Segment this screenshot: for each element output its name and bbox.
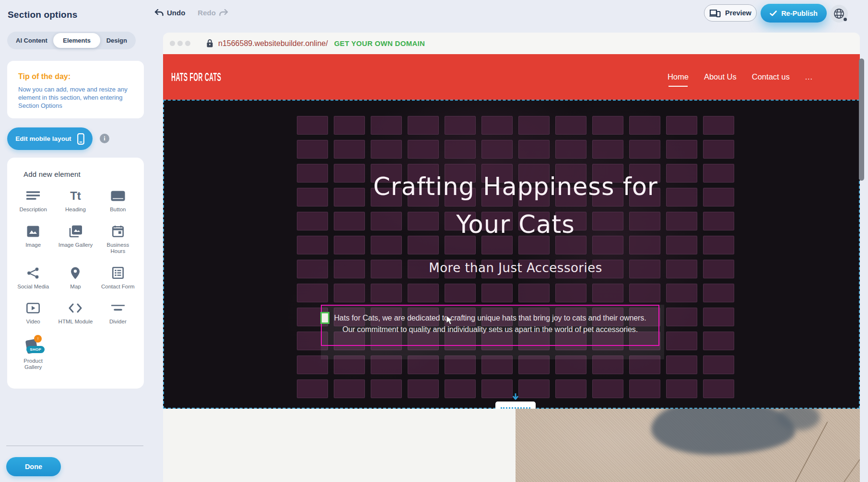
hero-tile <box>371 379 402 398</box>
pavement-crack-line <box>835 447 860 482</box>
url-text[interactable]: n1566589.websitebuilder.online/ <box>218 39 328 48</box>
element-label: HTML Module <box>59 319 93 325</box>
element-item-button[interactable]: Button <box>97 189 139 213</box>
nav-contact-us[interactable]: Contact us <box>752 72 790 81</box>
element-item-image[interactable]: Image <box>12 224 54 255</box>
business-hours-icon <box>112 224 124 239</box>
hero-tile <box>703 140 734 159</box>
hero-tile <box>297 140 328 159</box>
nav-home[interactable]: Home <box>668 72 689 81</box>
hero-tile <box>666 308 697 326</box>
hero-tile <box>666 332 697 350</box>
tab-design[interactable]: Design <box>101 33 133 48</box>
undo-label: Undo <box>167 9 185 17</box>
hero-tile <box>629 140 660 159</box>
paragraph-line2: Our commitment to quality and individual… <box>322 324 658 335</box>
element-label: Image <box>25 242 41 249</box>
element-item-description[interactable]: Description <box>12 189 54 213</box>
element-item-product-gallery[interactable]: ↑ SHOP Product Gallery <box>12 336 54 371</box>
globe-badge-dot <box>844 18 847 21</box>
element-item-social-media[interactable]: Social Media <box>12 266 54 290</box>
hero-heading[interactable]: Crafting Happiness for Your Cats <box>297 168 734 243</box>
devices-icon <box>709 9 721 17</box>
get-your-own-domain-link[interactable]: GET YOUR OWN DOMAIN <box>334 39 425 47</box>
drag-handle[interactable] <box>320 312 329 324</box>
vertical-scrollbar-thumb[interactable] <box>859 58 864 181</box>
hero-tile <box>629 284 660 302</box>
social-media-icon <box>27 266 39 280</box>
republish-label: Re-Publish <box>781 10 818 17</box>
description-icon <box>26 189 40 203</box>
shop-badge: SHOP <box>26 346 45 353</box>
redo-label: Redo <box>198 9 216 17</box>
hero-tile <box>666 116 697 135</box>
contact-form-icon <box>112 266 124 280</box>
browser-chrome-bar: n1566589.websitebuilder.online/ GET YOUR… <box>163 33 860 54</box>
traffic-dots <box>170 41 190 46</box>
hero-subheading[interactable]: More than Just Accessories <box>297 261 734 275</box>
hero-tile <box>555 284 586 302</box>
hero-tile <box>592 284 623 302</box>
element-item-image-gallery[interactable]: Image Gallery <box>54 224 96 255</box>
preview-button[interactable]: Preview <box>704 4 757 22</box>
hero-tile <box>666 356 697 374</box>
hero-tile <box>703 116 734 135</box>
hero-tile <box>555 140 586 159</box>
done-button[interactable]: Done <box>6 457 61 476</box>
site-logo[interactable]: HATS FOR CATS <box>171 70 221 84</box>
html-module-icon <box>69 301 82 315</box>
site-preview-frame: n1566589.websitebuilder.online/ GET YOUR… <box>163 33 860 482</box>
element-item-heading[interactable]: Heading <box>54 189 96 213</box>
hero-tile <box>371 116 402 135</box>
hero-tile <box>518 116 550 135</box>
next-page-section[interactable] <box>163 409 860 482</box>
element-label: Divider <box>109 319 127 325</box>
add-new-element-title: Add new element <box>23 170 139 178</box>
image-gallery-icon <box>68 224 82 239</box>
undo-icon <box>154 9 164 16</box>
edit-mobile-layout-button[interactable]: Edit mobile layout <box>7 127 93 150</box>
element-item-video[interactable]: Video <box>12 301 54 325</box>
hero-tile <box>592 140 623 159</box>
hero-tile <box>371 140 402 159</box>
element-label: Contact Form <box>101 284 135 290</box>
tab-elements[interactable]: Elements <box>53 33 100 48</box>
hero-tile <box>666 284 697 302</box>
preview-label: Preview <box>725 9 751 17</box>
hero-tile <box>666 140 697 159</box>
phone-icon <box>77 133 84 145</box>
video-icon <box>26 301 40 315</box>
pavement-photo <box>516 409 860 482</box>
hero-tile <box>481 379 513 398</box>
element-item-business-hours[interactable]: Business Hours <box>97 224 139 255</box>
heading-icon <box>70 189 81 203</box>
tip-body: Now you can add, move and resize any ele… <box>18 85 133 110</box>
hero-tile <box>334 116 365 135</box>
hero-tile <box>408 284 439 302</box>
redo-button[interactable]: Redo <box>198 9 228 17</box>
hero-tile <box>703 284 734 302</box>
hero-section-selected[interactable]: Crafting Happiness for Your Cats More th… <box>163 100 860 409</box>
selected-text-element[interactable]: Hats for Cats, we are dedicated to craft… <box>321 305 659 346</box>
nav-more-button[interactable]: ... <box>805 73 813 81</box>
site-header: HATS FOR CATS Home About Us Contact us .… <box>163 54 860 100</box>
hero-tile <box>297 379 328 398</box>
hero-tile <box>481 284 513 302</box>
element-label: Description <box>19 207 47 213</box>
undo-button[interactable]: Undo <box>154 9 185 17</box>
hero-tile <box>297 284 328 302</box>
language-globe-button[interactable] <box>830 5 848 23</box>
element-label: Button <box>110 207 126 213</box>
republish-button[interactable]: Re-Publish <box>761 4 827 23</box>
nav-about-us[interactable]: About Us <box>704 72 737 81</box>
cat-shadow-shape <box>651 409 795 455</box>
element-item-contact-form[interactable]: Contact Form <box>97 266 139 290</box>
hero-tile <box>445 379 476 398</box>
element-item-html-module[interactable]: HTML Module <box>54 301 96 325</box>
tab-ai-content[interactable]: AI Content <box>10 33 53 48</box>
info-icon[interactable] <box>100 134 109 143</box>
element-item-map[interactable]: Map <box>54 266 96 290</box>
element-item-divider[interactable]: Divider <box>97 301 139 325</box>
hero-tile <box>518 140 550 159</box>
panel-tabs: AI Content Elements Design <box>7 32 136 49</box>
